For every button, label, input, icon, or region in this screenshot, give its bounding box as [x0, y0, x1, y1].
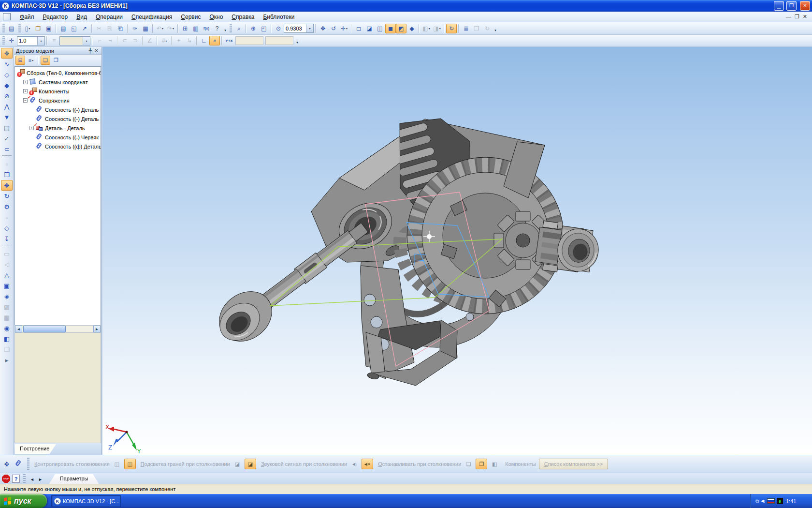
- tab-scroll-right-icon[interactable]: ►: [37, 477, 44, 482]
- face-highlight-off-icon[interactable]: ◪: [232, 459, 243, 469]
- stop-icon[interactable]: STOP: [2, 475, 10, 483]
- face-highlight-on-icon[interactable]: ◪: [245, 459, 256, 469]
- hidden-thin-icon[interactable]: ◫: [375, 24, 385, 33]
- tree-item[interactable]: Соосность ((-) Деталь: [15, 105, 101, 114]
- perspective-icon[interactable]: ◆: [406, 24, 417, 33]
- iso-view-icon[interactable]: ◇: [1, 223, 13, 233]
- move-part-icon[interactable]: ✛: [6, 36, 17, 45]
- cube-face-icon[interactable]: ▣: [1, 280, 13, 291]
- expand-icon[interactable]: +: [23, 80, 28, 84]
- tree-structure-icon[interactable]: ⊟: [15, 56, 25, 65]
- toolbar-handle[interactable]: [18, 24, 21, 33]
- pin-icon[interactable]: ╄: [87, 48, 93, 53]
- toolbar-overflow-icon[interactable]: ▾: [222, 24, 228, 33]
- collision-control-on-icon[interactable]: ◫: [124, 459, 136, 469]
- prism-2-icon[interactable]: △: [1, 269, 13, 280]
- hidden-lines-icon[interactable]: ◪: [364, 24, 375, 33]
- wireframe-icon[interactable]: ◻: [353, 24, 364, 33]
- mdi-restore-icon[interactable]: ❐: [795, 14, 799, 20]
- stop-collision-1-icon[interactable]: ❏: [463, 459, 474, 469]
- ortho-icon[interactable]: ∟: [199, 36, 209, 45]
- tree-item[interactable]: Соосность ((ф) Деталь: [15, 142, 101, 151]
- folder-icon[interactable]: ❒: [1, 169, 13, 180]
- pan-icon[interactable]: ✥: [318, 24, 328, 33]
- report-icon[interactable]: ▤: [1, 122, 13, 133]
- paste-icon[interactable]: ⎗: [115, 24, 126, 33]
- tree-item[interactable]: Соосность ((-) Деталь: [15, 114, 101, 123]
- save-icon[interactable]: ▣: [44, 24, 54, 33]
- toolbar-handle[interactable]: [230, 24, 232, 33]
- sound-on-icon[interactable]: ◀): [348, 459, 360, 469]
- step_value-combo[interactable]: 1.0▾: [17, 36, 45, 45]
- scroll-track[interactable]: [22, 326, 93, 332]
- rotate-model-icon[interactable]: ↻: [446, 24, 457, 33]
- new-icon[interactable]: ▯▾: [22, 24, 33, 33]
- tab-scroll-left-icon[interactable]: ◄: [29, 477, 35, 482]
- collision-icon[interactable]: ⚙: [1, 201, 13, 212]
- surface-2-icon[interactable]: ◆: [1, 80, 13, 90]
- toolbar-overflow-icon[interactable]: ▾: [493, 24, 498, 33]
- zoom-selection-icon[interactable]: ⌕: [233, 24, 244, 33]
- library-manager-icon[interactable]: ≣: [461, 24, 471, 33]
- menu-Окно[interactable]: Окно: [205, 13, 227, 21]
- toolbar-handle[interactable]: [2, 24, 5, 33]
- coords-yx-icon[interactable]: Y+X: [224, 36, 234, 45]
- combo-dropdown-icon[interactable]: ▾: [83, 37, 90, 45]
- restore-button[interactable]: ❐: [786, 1, 797, 11]
- menu-Спецификация[interactable]: Спецификация: [127, 13, 176, 21]
- display-options-icon[interactable]: ≡▾: [26, 56, 36, 65]
- keyboard-layout-icon[interactable]: s: [777, 498, 783, 504]
- specification-icon[interactable]: ▦: [140, 24, 151, 33]
- property-bar-handle[interactable]: [27, 458, 29, 470]
- scroll-left-icon[interactable]: ◄: [15, 326, 22, 332]
- copy-properties-icon[interactable]: ✑: [130, 24, 140, 33]
- help-icon[interactable]: ?: [12, 475, 20, 483]
- taskbar-app-button[interactable]: K КОМПАС-3D V12 - [С...: [51, 495, 121, 507]
- mdi-minimize-icon[interactable]: —: [786, 14, 791, 20]
- empty-combo[interactable]: ▾: [59, 36, 90, 45]
- print-icon[interactable]: ▤: [58, 24, 69, 33]
- shaded-edges-icon[interactable]: ◩: [396, 24, 406, 33]
- context-help-icon[interactable]: ?: [212, 24, 222, 33]
- mdi-close-icon[interactable]: ✕: [803, 14, 807, 20]
- scroll-right-icon[interactable]: ►: [93, 326, 101, 332]
- fx-icon[interactable]: f(x): [201, 24, 212, 33]
- filter-icon[interactable]: ▼: [1, 112, 13, 122]
- cube-cyl-icon[interactable]: ◉: [1, 323, 13, 333]
- clock[interactable]: 1:41: [786, 498, 796, 504]
- relations-icon[interactable]: ❐: [51, 56, 61, 65]
- menu-Редактор[interactable]: Редактор: [39, 13, 72, 21]
- shaded-icon[interactable]: ◼: [385, 24, 396, 33]
- toolbar-field[interactable]: [235, 36, 263, 45]
- menu-Файл[interactable]: Файл: [15, 13, 39, 21]
- combo-dropdown-icon[interactable]: ▾: [37, 37, 44, 45]
- cube-arrow-icon[interactable]: ↧: [1, 233, 13, 244]
- stop-collision-3-icon[interactable]: ◧: [489, 459, 500, 469]
- tree-item[interactable]: −Сопряжения: [15, 96, 101, 105]
- check-icon[interactable]: ✓: [1, 133, 13, 144]
- viewport-3d[interactable]: X Z Y: [102, 47, 812, 455]
- expand-icon[interactable]: +: [23, 89, 28, 93]
- move-component-icon[interactable]: ✥: [1, 180, 13, 191]
- stop-collision-2-icon[interactable]: ❐: [476, 459, 487, 469]
- collapse-icon[interactable]: −: [23, 98, 28, 103]
- model-tree-icon[interactable]: ❖: [1, 48, 13, 59]
- collision-control-off-icon[interactable]: ◫: [111, 459, 123, 469]
- sound-off-icon[interactable]: ◀✕: [362, 459, 373, 469]
- combo-dropdown-icon[interactable]: ▾: [306, 24, 313, 32]
- minimize-button[interactable]: ▁: [774, 1, 784, 11]
- zoom-in-out-icon[interactable]: ⊕: [248, 24, 259, 33]
- menu-Вид[interactable]: Вид: [72, 13, 91, 21]
- variables-icon[interactable]: ⊞: [180, 24, 190, 33]
- mates-icon[interactable]: ⊘: [1, 90, 13, 101]
- sections-icon[interactable]: ❏: [41, 56, 50, 65]
- menu-Операции[interactable]: Операции: [91, 13, 127, 21]
- spline-icon[interactable]: ∿: [1, 59, 13, 69]
- rotate-view-icon[interactable]: ↺: [328, 24, 339, 33]
- toolbar-field[interactable]: [265, 36, 293, 45]
- print-preview-icon[interactable]: ◱: [69, 24, 79, 33]
- more-arrow-icon[interactable]: ▸: [1, 355, 13, 365]
- orientation-icon[interactable]: ✛▾: [339, 24, 349, 33]
- rotate-component-icon[interactable]: ↻: [1, 191, 13, 201]
- tab-construction[interactable]: Построение: [15, 444, 56, 454]
